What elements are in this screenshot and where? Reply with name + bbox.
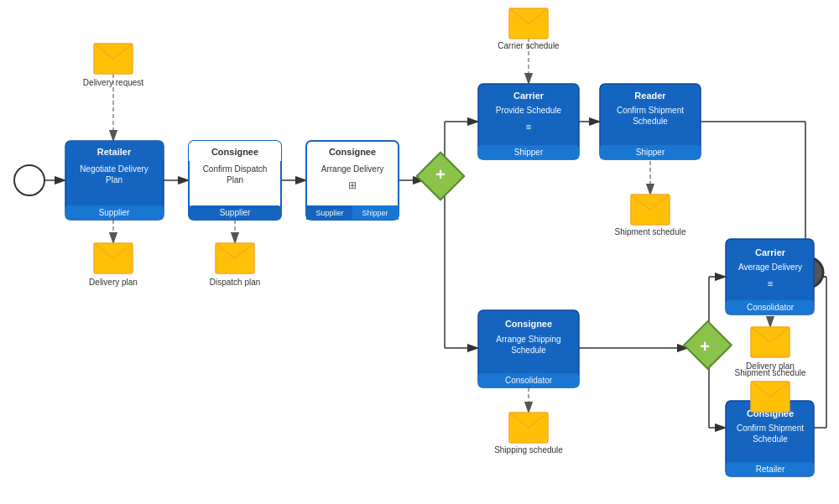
task-css-body1: Confirm Shipment [737,423,804,433]
gateway-1-label: + [435,165,446,184]
label-dispatch-plan: Dispatch plan [210,278,261,287]
task-provide-footer: Shipper [514,148,544,157]
envelope-dispatch-plan: Dispatch plan [210,243,261,287]
task-arrange-delivery-footer1: Supplier [315,209,343,217]
task-arrange-shipping-footer: Consolidator [505,376,553,385]
task-confirm-dispatch-footer: Supplier [220,208,251,217]
task-negotiate[interactable]: Retailer Negotiate Delivery Plan Supplie… [65,141,164,220]
task-confirm-dispatch-body1: Confirm Dispatch [203,164,268,174]
task-confirm-dispatch[interactable]: Consignee Confirm Dispatch Plan Supplier [189,141,281,220]
task-avg-marker: ≡ [768,278,773,288]
envelope-delivery-plan-1: Delivery plan [89,243,138,287]
task-provide-header: Carrier [513,91,545,101]
task-negotiate-body2: Plan [106,175,122,184]
start-event [14,165,44,195]
task-arrange-shipping[interactable]: Consignee Arrange Shipping Schedule Cons… [478,310,579,387]
label-delivery-plan-1: Delivery plan [89,278,138,287]
task-css-body2: Schedule [753,434,788,444]
task-arrange-delivery-marker: ⊞ [348,179,357,191]
task-confirm-shipment[interactable]: Reader Confirm Shipment Schedule Shipper [600,84,701,159]
envelope-shipping-schedule: Shipping schedule [494,413,563,455]
task-provide-marker: ≡ [526,122,531,132]
task-arrange-shipping-body2: Schedule [511,346,546,355]
task-arrange-delivery-body: Arrange Delivery [321,164,383,174]
task-css-footer: Retailer [756,465,785,474]
label-shipment-schedule-1: Shipment schedule [614,227,685,236]
gateway-2-label: + [700,337,710,356]
task-avg-header: Carrier [755,247,786,257]
gateway-parallel-2: + [684,321,732,369]
envelope-delivery-plan-2: Delivery plan [746,327,795,371]
task-confirm-shipment-header: Reader [634,91,666,101]
task-arrange-delivery[interactable]: Consignee Arrange Delivery ⊞ Supplier Sh… [306,141,399,220]
task-average-delivery[interactable]: Carrier Average Delivery ≡ Consolidator [726,239,814,314]
task-negotiate-body1: Negotiate Delivery [80,164,149,174]
gateway-parallel-1: + [417,153,465,200]
envelope-shipment-schedule-1: Shipment schedule [614,195,685,236]
task-arrange-delivery-header: Consignee [329,147,376,157]
label-shipment-schedule-2: Shipment schedule [734,368,805,377]
label-shipping-schedule: Shipping schedule [494,445,563,455]
task-negotiate-footer: Supplier [99,208,130,217]
task-arrange-delivery-footer2: Shipper [362,209,388,217]
task-provide-body1: Provide Schedule [496,106,562,115]
label-carrier-schedule: Carrier schedule [498,41,560,50]
envelope-delivery-request: Delivery request [83,44,143,87]
task-arrange-shipping-body1: Arrange Shipping [496,335,560,344]
task-confirm-shipment-body1: Confirm Shipment [617,106,684,115]
task-confirm-dispatch-body2: Plan [227,175,243,184]
envelope-carrier-schedule: Carrier schedule [498,8,560,50]
task-negotiate-header: Retailer [97,147,132,157]
task-avg-footer: Consolidator [747,303,795,312]
task-confirm-dispatch-header: Consignee [211,147,258,157]
task-provide-schedule[interactable]: Carrier Provide Schedule ≡ Shipper [478,84,579,159]
label-delivery-request: Delivery request [83,78,143,87]
task-confirm-shipment-body2: Schedule [633,117,668,126]
task-arrange-shipping-header: Consignee [505,319,552,329]
task-avg-body1: Average Delivery [738,262,802,272]
task-confirm-shipment-footer: Shipper [636,148,665,157]
